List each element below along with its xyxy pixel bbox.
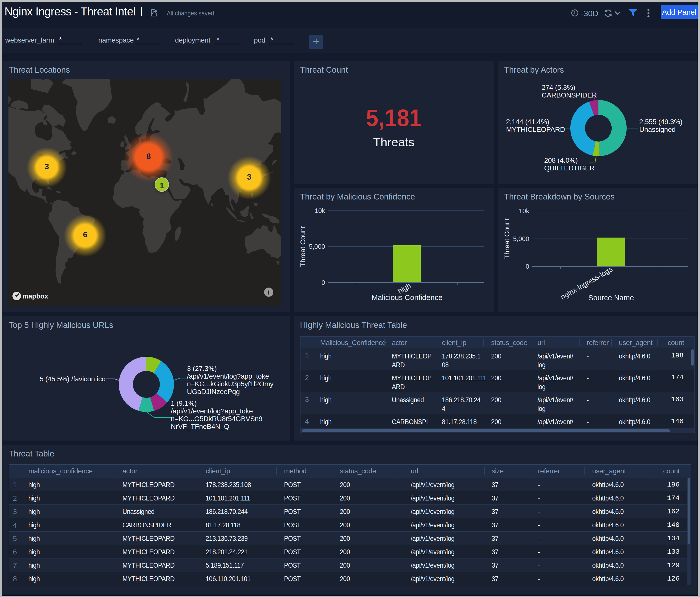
svg-text:0: 0 — [526, 263, 529, 270]
svg-text:5,000: 5,000 — [309, 243, 325, 250]
svg-text:Source Name: Source Name — [588, 293, 634, 302]
svg-text:Malicious Confidence: Malicious Confidence — [371, 293, 442, 302]
svg-text:10k: 10k — [519, 207, 529, 215]
svg-text:0: 0 — [322, 279, 325, 286]
svg-text:5,000: 5,000 — [513, 235, 529, 242]
svg-text:10k: 10k — [315, 207, 325, 214]
svg-text:mapbox: mapbox — [22, 292, 48, 300]
svg-text:Threat Count: Threat Count — [503, 218, 511, 259]
svg-text:Threat Count: Threat Count — [299, 226, 307, 267]
